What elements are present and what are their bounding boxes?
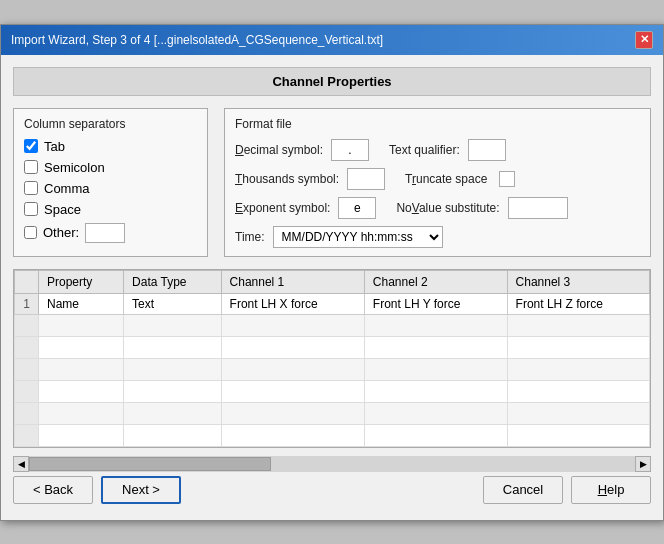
truncate-space-checkbox[interactable]: [499, 171, 515, 187]
text-qualifier-input[interactable]: [468, 139, 506, 161]
row-num: 1: [15, 293, 39, 314]
table-row-empty-2: [15, 336, 650, 358]
col-num: [15, 270, 39, 293]
format-file-title: Format file: [235, 117, 640, 131]
exponent-symbol-input[interactable]: [338, 197, 376, 219]
table-row-empty-3: [15, 358, 650, 380]
title-bar: Import Wizard, Step 3 of 4 [...ginelsola…: [1, 25, 663, 55]
cell-ch1: Front LH X force: [221, 293, 364, 314]
col-datatype: Data Type: [124, 270, 222, 293]
thousands-truncate-row: Thousands symbol: Truncate space: [235, 168, 640, 190]
exponent-novalue-row: Exponent symbol: NoValue substitute:: [235, 197, 640, 219]
column-separators-title: Column separators: [24, 117, 197, 131]
data-table: Property Data Type Channel 1 Channel 2 C…: [14, 270, 650, 447]
other-checkbox[interactable]: [24, 226, 37, 239]
button-row: < Back Next > Cancel Help: [13, 472, 651, 508]
time-select[interactable]: MM/DD/YYYY hh:mm:ss DD/MM/YYYY hh:mm:ss …: [273, 226, 443, 248]
table-row-empty-6: [15, 424, 650, 446]
scroll-track[interactable]: [29, 456, 635, 472]
comma-label: Comma: [44, 181, 90, 196]
semicolon-checkbox[interactable]: [24, 160, 38, 174]
back-button[interactable]: < Back: [13, 476, 93, 504]
data-table-container: Property Data Type Channel 1 Channel 2 C…: [13, 269, 651, 448]
decimal-symbol-label: Decimal symbol:: [235, 143, 323, 157]
semicolon-label: Semicolon: [44, 160, 105, 175]
scroll-right-button[interactable]: ▶: [635, 456, 651, 472]
table-row-empty-5: [15, 402, 650, 424]
semicolon-checkbox-row: Semicolon: [24, 160, 197, 175]
help-button[interactable]: Help: [571, 476, 651, 504]
format-file-panel: Format file Decimal symbol: Text qualifi…: [224, 108, 651, 257]
time-row: Time: MM/DD/YYYY hh:mm:ss DD/MM/YYYY hh:…: [235, 226, 640, 248]
other-input[interactable]: [85, 223, 125, 243]
table-header-row: Property Data Type Channel 1 Channel 2 C…: [15, 270, 650, 293]
thousands-symbol-label: Thousands symbol:: [235, 172, 339, 186]
close-button[interactable]: ✕: [635, 31, 653, 49]
decimal-symbol-input[interactable]: [331, 139, 369, 161]
comma-checkbox-row: Comma: [24, 181, 197, 196]
exponent-symbol-label: Exponent symbol:: [235, 201, 330, 215]
col-channel3: Channel 3: [507, 270, 649, 293]
cell-property: Name: [39, 293, 124, 314]
time-label: Time:: [235, 230, 265, 244]
scroll-thumb[interactable]: [29, 457, 271, 471]
novalue-substitute-label: NoValue substitute:: [396, 201, 499, 215]
window-title: Import Wizard, Step 3 of 4 [...ginelsola…: [11, 33, 383, 47]
cell-ch2: Front LH Y force: [364, 293, 507, 314]
tab-checkbox-row: Tab: [24, 139, 197, 154]
horizontal-scrollbar[interactable]: ◀ ▶: [13, 456, 651, 472]
text-qualifier-label: Text qualifier:: [389, 143, 460, 157]
section-header: Channel Properties: [13, 67, 651, 96]
scroll-left-button[interactable]: ◀: [13, 456, 29, 472]
tab-checkbox[interactable]: [24, 139, 38, 153]
thousands-symbol-input[interactable]: [347, 168, 385, 190]
col-property: Property: [39, 270, 124, 293]
decimal-text-row: Decimal symbol: Text qualifier:: [235, 139, 640, 161]
comma-checkbox[interactable]: [24, 181, 38, 195]
col-channel2: Channel 2: [364, 270, 507, 293]
cell-ch3: Front LH Z force: [507, 293, 649, 314]
main-window: Import Wizard, Step 3 of 4 [...ginelsola…: [0, 24, 664, 521]
table-row-empty-1: [15, 314, 650, 336]
space-label: Space: [44, 202, 81, 217]
cancel-button[interactable]: Cancel: [483, 476, 563, 504]
left-buttons: < Back Next >: [13, 476, 181, 504]
cell-datatype: Text: [124, 293, 222, 314]
next-button[interactable]: Next >: [101, 476, 181, 504]
tab-label: Tab: [44, 139, 65, 154]
other-row: Other:: [24, 223, 197, 243]
column-separators-panel: Column separators Tab Semicolon Comma Sp…: [13, 108, 208, 257]
other-label: Other:: [43, 225, 79, 240]
novalue-substitute-input[interactable]: [508, 197, 568, 219]
table-row-empty-4: [15, 380, 650, 402]
space-checkbox[interactable]: [24, 202, 38, 216]
table-row: 1 Name Text Front LH X force Front LH Y …: [15, 293, 650, 314]
col-channel1: Channel 1: [221, 270, 364, 293]
table-body: 1 Name Text Front LH X force Front LH Y …: [15, 293, 650, 446]
truncate-space-label: Truncate space: [405, 172, 487, 186]
right-buttons: Cancel Help: [483, 476, 651, 504]
space-checkbox-row: Space: [24, 202, 197, 217]
